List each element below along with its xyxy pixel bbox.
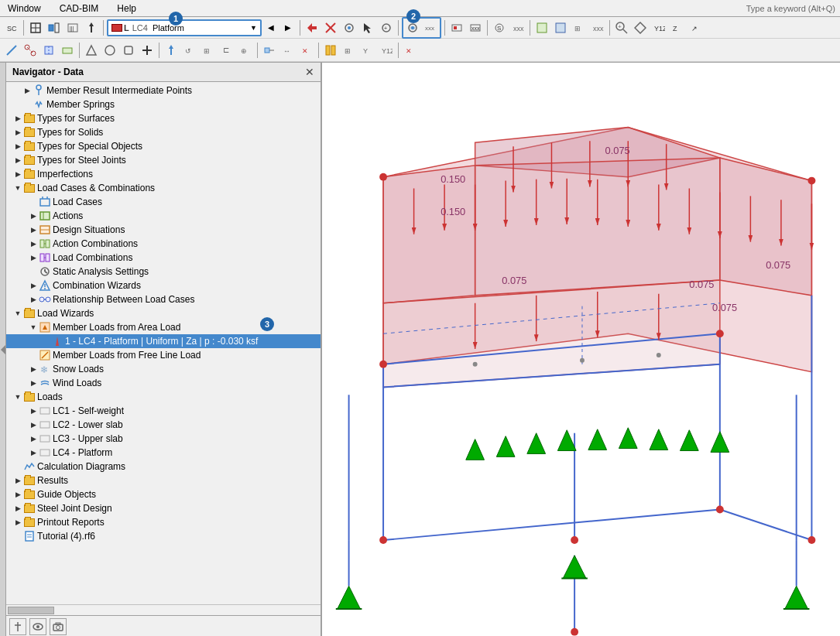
expand-snow-loads[interactable]: ▶ xyxy=(28,364,39,374)
left-collapse-edge[interactable] xyxy=(0,63,6,636)
tool-b4[interactable]: xxx xyxy=(509,19,526,36)
expand-action-combinations[interactable]: ▶ xyxy=(28,238,39,249)
expand-lc4[interactable]: ▶ xyxy=(28,447,39,458)
nav-eye-btn[interactable] xyxy=(29,618,46,635)
tree-member-loads-line[interactable]: ▶ Member Loads from Free Line Load xyxy=(6,348,321,362)
tool-r2-8[interactable] xyxy=(139,42,156,59)
tool-r2-7[interactable] xyxy=(120,42,137,59)
tree-tutorial[interactable]: ▶ Tutorial (4).rf6 xyxy=(6,529,321,543)
tree-relationship[interactable]: ▶ Relationship Between Load Cases xyxy=(6,292,321,306)
expand-combo-wizards[interactable]: ▶ xyxy=(28,280,39,291)
menu-help[interactable]: Help xyxy=(114,2,139,15)
tool-b7[interactable]: ⊞ xyxy=(571,19,588,36)
tree-types-solids[interactable]: ▶ Types for Solids xyxy=(6,125,321,139)
tool-r2-1[interactable] xyxy=(3,42,20,59)
tree-design-situations[interactable]: ▶ Design Situations xyxy=(6,223,321,237)
navigator-close-btn[interactable]: ✕ xyxy=(305,66,314,78)
tree-actions[interactable]: ▶ Actions xyxy=(6,209,321,223)
load-next[interactable]: ▶ xyxy=(279,19,297,36)
tool-move[interactable] xyxy=(83,19,100,36)
tree-static-analysis[interactable]: ▶ Static Analysis Settings xyxy=(6,265,321,279)
nav-hscroll-thumb[interactable] xyxy=(8,607,54,614)
tree-action-combinations[interactable]: ▶ Action Combinations xyxy=(6,237,321,251)
tool-r2-21[interactable]: ✕ xyxy=(402,42,419,59)
tool-r2-6[interactable] xyxy=(101,42,118,59)
tool-b10[interactable]: Y1Z xyxy=(650,19,667,36)
expand-lc1[interactable]: ▶ xyxy=(28,405,39,416)
tool-b11[interactable]: Z xyxy=(669,19,686,36)
load-prev[interactable]: ◀ xyxy=(262,19,279,36)
tree-combo-wizards[interactable]: ▶ Combination Wizards xyxy=(6,279,321,292)
tree-wind-loads[interactable]: ▶ Wind Loads xyxy=(6,376,321,390)
tool-r2-18[interactable]: ⊞ xyxy=(341,42,358,59)
tree-calc-diagrams[interactable]: ▶ Calculation Diagrams xyxy=(6,460,321,474)
tree-imperfections[interactable]: ▶ Imperfections xyxy=(6,167,321,181)
nav-pin-btn[interactable] xyxy=(9,618,26,635)
tree-types-surfaces[interactable]: ▶ Types for Surfaces xyxy=(6,111,321,125)
tree-guide-objects[interactable]: ▶ Guide Objects xyxy=(6,487,321,501)
expand-guide-objects[interactable]: ▶ xyxy=(12,489,23,500)
expand-design-situations[interactable]: ▶ xyxy=(28,224,39,235)
tool-b9[interactable] xyxy=(632,19,649,36)
tree-load-cases-combo[interactable]: ▼ Load Cases & Combinations xyxy=(6,181,321,195)
tree-load-cases[interactable]: ▶ Load Cases xyxy=(6,195,321,209)
tool-cursor[interactable] xyxy=(359,19,376,36)
tool-b1[interactable] xyxy=(448,19,465,36)
expand-types-solids[interactable]: ▶ xyxy=(12,127,23,138)
expand-lc3[interactable]: ▶ xyxy=(28,433,39,444)
tree-snow-loads[interactable]: ▶ ❄ Snow Loads xyxy=(6,362,321,376)
tool-r2-13[interactable]: ⊕ xyxy=(237,42,254,59)
tool-r2-3[interactable] xyxy=(40,42,57,59)
expand-imperfections[interactable]: ▶ xyxy=(12,169,23,180)
expand-loads[interactable]: ▼ xyxy=(12,392,23,402)
tool-r2-17[interactable] xyxy=(322,42,339,59)
tool-scale[interactable]: SC xyxy=(3,19,20,36)
expand-types-steel[interactable]: ▶ xyxy=(12,155,23,166)
tool-b6[interactable] xyxy=(552,19,569,36)
tree-load-combinations[interactable]: ▶ Load Combinations xyxy=(6,251,321,265)
expand-wind-loads[interactable]: ▶ xyxy=(28,378,39,388)
tool-b3[interactable]: S xyxy=(491,19,508,36)
expand-steel-joint[interactable]: ▶ xyxy=(12,503,23,514)
nav-camera-btn[interactable] xyxy=(50,618,67,635)
camera-xxx[interactable]: xxx xyxy=(422,19,439,36)
load-case-selector[interactable]: L LC4 Platform ▼ xyxy=(107,19,262,36)
tool-b12[interactable]: ↗ xyxy=(687,19,705,36)
tool-x1[interactable] xyxy=(322,19,339,36)
tree-results[interactable]: ▶ Results xyxy=(6,474,321,487)
expand-load-combinations[interactable]: ▶ xyxy=(28,252,39,263)
nav-hscroll[interactable] xyxy=(6,604,321,615)
tool-r2-14[interactable] xyxy=(261,42,278,59)
tree-lc3[interactable]: ▶ LC3 - Upper slab xyxy=(6,432,321,446)
tree-types-steel[interactable]: ▶ Types for Steel Joints xyxy=(6,153,321,167)
tree-lc2[interactable]: ▶ LC2 - Lower slab xyxy=(6,418,321,432)
tree-load-wizards[interactable]: ▼ Load Wizards xyxy=(6,306,321,320)
tool-b2[interactable]: xxx xyxy=(467,19,484,36)
expand-results[interactable]: ▶ xyxy=(12,475,23,486)
expand-relationship[interactable]: ▶ xyxy=(28,294,39,305)
tree-loads[interactable]: ▼ Loads xyxy=(6,390,321,404)
expand-lc2[interactable]: ▶ xyxy=(28,419,39,430)
tool-r2-11[interactable]: ⊞ xyxy=(200,42,217,59)
expand-member-loads-area[interactable]: ▼ xyxy=(28,322,39,333)
tool-r2-20[interactable]: Y1Z xyxy=(378,42,395,59)
expand-load-cases-combo[interactable]: ▼ xyxy=(12,183,23,193)
tool-r2-4[interactable] xyxy=(59,42,76,59)
tool-select[interactable]: ||| xyxy=(64,19,81,36)
tree-types-special[interactable]: ▶ Types for Special Objects xyxy=(6,139,321,153)
tool-r2-12[interactable]: ⊏ xyxy=(218,42,235,59)
tool-r2-9[interactable] xyxy=(163,42,180,59)
3d-viewport[interactable]: 0.150 0.075 0.150 0.075 0.075 0.075 0.07… xyxy=(322,63,840,636)
tool-b8[interactable]: xxx xyxy=(589,19,606,36)
tool-snap[interactable] xyxy=(27,19,44,36)
tree-member-springs[interactable]: ▶ Member Springs xyxy=(6,97,321,111)
tree-printout[interactable]: ▶ Printout Reports xyxy=(6,515,321,529)
tool-r2-16[interactable]: ✕ xyxy=(298,42,315,59)
expand-types-surfaces[interactable]: ▶ xyxy=(12,113,23,124)
tool-r2-2[interactable] xyxy=(22,42,39,59)
tool-r2-5[interactable] xyxy=(83,42,100,59)
tool-r2-15[interactable]: ↔ xyxy=(279,42,297,59)
menu-window[interactable]: Window xyxy=(5,2,44,15)
tool-b5[interactable] xyxy=(533,19,550,36)
tool-zoom[interactable]: + xyxy=(613,19,630,36)
